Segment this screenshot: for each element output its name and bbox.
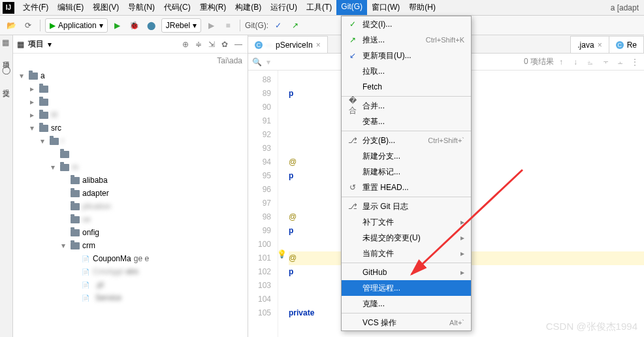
vcs-update-icon[interactable]: ✓ [271, 18, 285, 33]
menu-item[interactable]: 当前文件▸ [342, 246, 471, 261]
tree-row[interactable]: se [17, 213, 248, 226]
refresh-icon[interactable]: ⟳ [21, 18, 35, 33]
tree-row[interactable]: ▾src [17, 121, 248, 135]
menu-item[interactable]: ⎇显示 Git 日志 [342, 199, 471, 214]
menu-item[interactable]: VCS 操作Alt+` [342, 315, 471, 330]
tool-icon[interactable]: ▶ [204, 18, 218, 33]
intention-bulb-icon[interactable]: 💡 [277, 249, 287, 259]
hide-icon[interactable]: — [234, 40, 244, 49]
search-icon[interactable]: 🔍 [252, 57, 261, 67]
window-title-tail: a [adapt [611, 3, 644, 12]
menu-item[interactable]: 帮助(H) [404, 0, 440, 15]
close-icon[interactable]: × [316, 40, 321, 50]
ide-logo-icon: IJ [3, 2, 14, 14]
project-path: Tai\ada [217, 56, 242, 65]
editor-tab[interactable]: CRe [609, 36, 644, 53]
editor-tab[interactable]: .java× [570, 36, 609, 53]
settings-icon[interactable]: ✿ [221, 40, 231, 49]
close-icon[interactable]: × [598, 40, 602, 50]
line-gutter: 8889909192939495969798991001011021031041… [248, 71, 278, 337]
search-results: 0 项结果 [524, 56, 554, 67]
menu-item[interactable]: 克隆... [342, 296, 471, 312]
tree-row[interactable]: 📄 Service [17, 291, 248, 304]
project-tab-icon[interactable]: ▦ [2, 38, 11, 47]
target-icon[interactable]: ⊕ [182, 40, 191, 49]
menu-item[interactable]: 构建(B) [231, 0, 266, 15]
project-sidebar: ▦ 项目 ▾ ⊕ ≑ ⇲ ✿ — Tai\ada ▾a▸▸▸M▾src▾r▾ma… [13, 35, 248, 337]
nav-down-icon[interactable]: ↓ [573, 57, 583, 67]
commit-tab-icon[interactable]: ◯ [2, 65, 11, 74]
more-icon[interactable]: ⫠ [617, 57, 626, 67]
run-icon[interactable]: ▶ [110, 18, 125, 33]
watermark: CSDN @张俊杰1994 [546, 321, 637, 333]
tree-row[interactable]: 📄CouponMa ge e [17, 252, 248, 265]
stop-icon[interactable]: ■ [221, 18, 235, 33]
run-config-combo[interactable]: ▶Application▾ [45, 18, 108, 33]
menu-item[interactable]: 重构(R) [195, 0, 231, 15]
project-combo-icon[interactable]: ▦ [17, 40, 24, 49]
nav-up-icon[interactable]: ↑ [559, 57, 568, 67]
tree-row[interactable]: ▾m [17, 161, 248, 174]
expand-icon[interactable]: ⇲ [208, 40, 217, 49]
tree-row[interactable]: ▸M [17, 108, 248, 121]
tree-row[interactable]: 📄 .pl [17, 278, 248, 291]
menu-item[interactable]: Git(G) [336, 0, 367, 15]
open-icon[interactable]: 📂 [4, 18, 18, 33]
menu-item[interactable]: ↺重置 HEAD... [342, 180, 471, 195]
collapse-icon[interactable]: ≑ [195, 40, 204, 49]
git-toolbar-label: Git(G): [245, 21, 268, 30]
tree-row[interactable]: alibaba [17, 174, 248, 187]
tree-row[interactable]: ▾crm [17, 239, 248, 252]
project-tree[interactable]: ▾a▸▸▸M▾src▾r▾malibabaadapterplicationseo… [13, 68, 248, 337]
debug-bug-icon[interactable]: 🐞 [127, 18, 142, 33]
menu-item[interactable]: 未提交的变更(U)▸ [342, 230, 471, 246]
tree-row[interactable]: onfig [17, 226, 248, 239]
tree-row[interactable]: ▾a [17, 69, 248, 82]
menu-item[interactable]: 拉取... [342, 63, 471, 79]
tree-row[interactable]: plication [17, 200, 248, 213]
menu-item[interactable]: 工具(T) [302, 0, 336, 15]
left-gutter-tabs: ▦ 项目 ◯ 提交 [0, 35, 13, 337]
filter-icon[interactable]: ⎁ [588, 57, 597, 67]
menu-item[interactable]: 补丁文件▸ [342, 214, 471, 230]
tree-row[interactable]: adapter [17, 187, 248, 200]
debug-icon[interactable]: ⬤ [144, 18, 159, 33]
menu-item[interactable]: 新建标记... [342, 164, 471, 180]
editor-tab[interactable]: C···pServiceIn× [248, 36, 328, 53]
tree-row[interactable]: 📄CrmAppl elm [17, 265, 248, 278]
menu-item[interactable]: 新建分支... [342, 148, 471, 164]
menu-item[interactable]: ↙更新项目(U)... [342, 48, 471, 63]
more2-icon[interactable]: ⋮ [631, 57, 640, 67]
tree-row[interactable]: ▾r [17, 135, 248, 148]
project-title: 项目 [28, 39, 44, 50]
filter2-icon[interactable]: ⫟ [602, 57, 611, 67]
menu-item[interactable]: 文件(F) [18, 0, 53, 15]
menu-item[interactable]: 视图(V) [88, 0, 123, 15]
jrebel-combo[interactable]: JRebel▾ [161, 18, 201, 33]
tree-row[interactable] [17, 148, 248, 161]
main-toolbar: 📂 ⟳ ▶Application▾ ▶ 🐞 ⬤ JRebel▾ ▶ ■ Git(… [0, 16, 644, 35]
menu-item[interactable]: 变基... [342, 114, 471, 129]
menu-item[interactable]: �合合并... [342, 98, 471, 114]
git-menu-popup: ✓提交(I)...↗推送...Ctrl+Shift+K↙更新项目(U)...拉取… [341, 16, 472, 331]
tree-row[interactable]: ▸ [17, 82, 248, 95]
tree-row[interactable]: ▸ [17, 95, 248, 108]
menu-item[interactable]: 运行(U) [266, 0, 302, 15]
menu-item[interactable]: 管理远程... [342, 280, 471, 296]
vcs-push-icon[interactable]: ↗ [288, 18, 302, 33]
menu-item[interactable]: 编辑(E) [53, 0, 88, 15]
menu-item[interactable]: ⎇分支(B)...Ctrl+Shift+` [342, 133, 471, 148]
menubar: IJ 文件(F)编辑(E)视图(V)导航(N)代码(C)重构(R)构建(B)运行… [0, 0, 644, 16]
menu-item[interactable]: ↗推送...Ctrl+Shift+K [342, 32, 471, 48]
menu-item[interactable]: 窗口(W) [367, 0, 404, 15]
menu-item[interactable]: 代码(C) [159, 0, 195, 15]
menu-item[interactable]: ✓提交(I)... [342, 16, 471, 32]
menu-item[interactable]: GitHub▸ [342, 265, 471, 280]
menu-item[interactable]: 导航(N) [123, 0, 159, 15]
menu-item[interactable]: Fetch [342, 79, 471, 95]
